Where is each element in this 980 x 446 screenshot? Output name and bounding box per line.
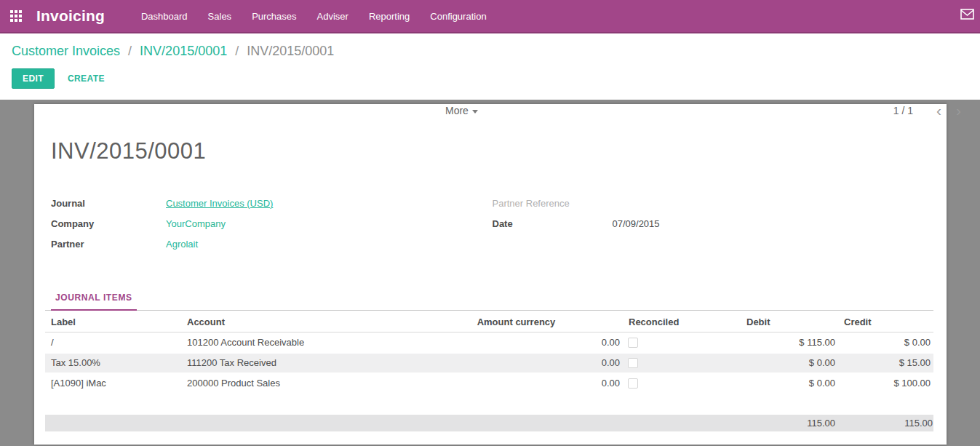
column-header-reconciled[interactable]: Reconciled — [623, 311, 741, 332]
cell-account: 101200 Account Receivable — [181, 332, 407, 353]
tab-journal-items[interactable]: JOURNAL ITEMS — [51, 290, 137, 311]
more-dropdown[interactable]: More — [445, 105, 478, 116]
cell-credit: $ 15.00 — [838, 353, 933, 373]
cell-reconciled — [623, 353, 741, 373]
field-row-date: Date 07/09/2015 — [493, 218, 934, 231]
top-navbar: Invoicing Dashboard Sales Purchases Advi… — [0, 0, 980, 33]
cell-credit: $ 0.00 — [838, 332, 933, 353]
breadcrumb-link-invoice[interactable]: INV/2015/0001 — [140, 44, 227, 58]
notebook: JOURNAL ITEMS Label Account Amount curre… — [45, 290, 933, 431]
table-row[interactable]: [A1090] iMac 200000 Product Sales 0.00 $… — [45, 373, 933, 394]
create-button[interactable]: CREATE — [68, 73, 105, 84]
field-group-left: Journal Customer Invoices (USD) Company … — [51, 198, 493, 259]
field-row-journal: Journal Customer Invoices (USD) — [51, 198, 493, 210]
field-row-partner: Partner Agrolait — [51, 239, 493, 251]
field-row-company: Company YourCompany — [51, 218, 493, 231]
cell-amount-currency: 0.00 — [407, 373, 623, 394]
partner-field-label: Partner — [51, 239, 166, 251]
cell-debit: $ 0.00 — [741, 353, 838, 373]
cell-account: 111200 Tax Received — [181, 353, 407, 373]
field-group-right: Partner Reference Date 07/09/2015 — [493, 198, 934, 259]
invoice-title: INV/2015/0001 — [45, 138, 933, 164]
field-row-partner-reference: Partner Reference — [493, 198, 934, 210]
date-field-value: 07/09/2015 — [613, 218, 660, 231]
pager: 1 / 1 ‹ › — [893, 104, 968, 117]
table-row[interactable]: Tax 15.00% 111200 Tax Received 0.00 $ 0.… — [45, 353, 933, 373]
column-header-label[interactable]: Label — [45, 311, 181, 332]
tab-bar: JOURNAL ITEMS — [45, 290, 933, 311]
total-debit: 115.00 — [741, 418, 838, 429]
nav-menu: Dashboard Sales Purchases Adviser Report… — [131, 0, 497, 32]
control-panel: Customer Invoices / INV/2015/0001 / INV/… — [0, 33, 980, 100]
pager-next-icon[interactable]: › — [949, 104, 968, 117]
cell-amount-currency: 0.00 — [407, 353, 623, 373]
company-field-value[interactable]: YourCompany — [166, 218, 226, 231]
app-brand[interactable]: Invoicing — [36, 7, 105, 25]
column-header-amount-currency[interactable]: Amount currency — [407, 311, 623, 332]
edit-button[interactable]: EDIT — [12, 68, 55, 89]
journal-field-value[interactable]: Customer Invoices (USD) — [166, 198, 273, 210]
apps-grid-icon[interactable] — [10, 10, 22, 22]
nav-menu-item[interactable]: Sales — [198, 0, 242, 32]
cell-reconciled — [623, 373, 741, 394]
nav-menu-item[interactable]: Purchases — [242, 0, 306, 32]
partner-reference-field-label: Partner Reference — [493, 198, 613, 210]
journal-field-label: Journal — [51, 198, 166, 210]
nav-menu-item[interactable]: Adviser — [307, 0, 359, 32]
cell-label: Tax 15.00% — [45, 353, 181, 373]
cell-account: 200000 Product Sales — [181, 373, 407, 394]
cell-debit: $ 0.00 — [741, 373, 838, 394]
total-credit: 115.00 — [838, 418, 933, 429]
breadcrumb-separator: / — [124, 44, 136, 58]
more-dropdown-label: More — [445, 105, 469, 116]
invoice-sheet: INV/2015/0001 Journal Customer Invoices … — [34, 104, 947, 445]
cell-credit: $ 100.00 — [838, 373, 933, 394]
totals-bar: 115.00 115.00 — [45, 415, 933, 431]
reconciled-checkbox[interactable] — [628, 358, 638, 368]
nav-menu-item[interactable]: Configuration — [420, 0, 496, 32]
breadcrumb-current: INV/2015/0001 — [247, 44, 334, 58]
table-row[interactable]: / 101200 Account Receivable 0.00 $ 115.0… — [45, 332, 933, 353]
partner-field-value[interactable]: Agrolait — [166, 239, 198, 251]
table-header-row: Label Account Amount currency Reconciled… — [45, 311, 933, 332]
cell-debit: $ 115.00 — [741, 332, 838, 353]
cell-reconciled — [623, 332, 741, 353]
reconciled-checkbox[interactable] — [628, 378, 638, 389]
field-groups: Journal Customer Invoices (USD) Company … — [45, 198, 933, 259]
cell-amount-currency: 0.00 — [407, 332, 623, 353]
chevron-down-icon — [472, 110, 478, 114]
reconciled-checkbox[interactable] — [628, 338, 638, 348]
column-header-credit[interactable]: Credit — [838, 311, 933, 332]
date-field-label: Date — [493, 218, 613, 231]
breadcrumb-separator: / — [231, 44, 243, 58]
content-background: INV/2015/0001 Journal Customer Invoices … — [0, 100, 980, 445]
nav-menu-item[interactable]: Dashboard — [131, 0, 198, 32]
cell-label: [A1090] iMac — [45, 373, 181, 394]
journal-items-table: Label Account Amount currency Reconciled… — [45, 311, 933, 394]
pager-previous-icon[interactable]: ‹ — [929, 104, 949, 117]
company-field-label: Company — [51, 218, 166, 231]
envelope-icon[interactable] — [960, 9, 974, 20]
breadcrumb-link-customer-invoices[interactable]: Customer Invoices — [12, 44, 120, 58]
pager-count: 1 / 1 — [893, 105, 913, 116]
nav-menu-item[interactable]: Reporting — [359, 0, 420, 32]
cell-label: / — [45, 332, 181, 353]
breadcrumb: Customer Invoices / INV/2015/0001 / INV/… — [12, 33, 968, 59]
column-header-debit[interactable]: Debit — [741, 311, 838, 332]
column-header-account[interactable]: Account — [181, 311, 407, 332]
